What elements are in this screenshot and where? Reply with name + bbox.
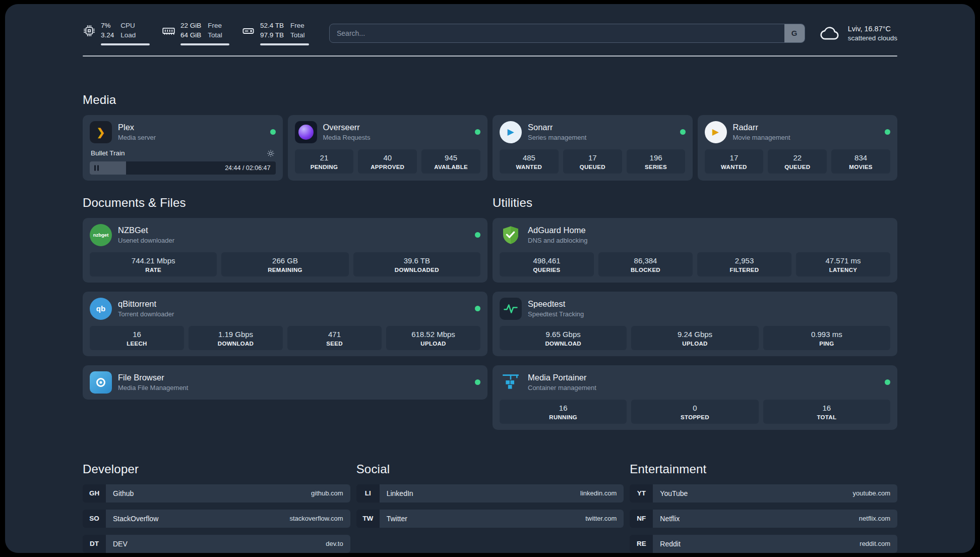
stat-value: 47.571 ms [798,256,888,265]
bookmark-linkedin[interactable]: LI LinkedIn linkedin.com [356,484,624,503]
stat-value: 744.21 Mbps [92,256,215,265]
dashboard: 7% 3.24 CPU Load [5,4,975,553]
app-name: Radarr [733,123,790,132]
speedtest-pulse-icon [500,298,522,320]
player-seekbar[interactable]: 24:44 / 02:06:47 [90,161,276,175]
search-input[interactable] [330,29,784,37]
app-desc: Torrent downloader [118,310,174,318]
player-time: 24:44 / 02:06:47 [225,161,270,175]
disk-total-label: Total [290,31,305,40]
status-dot [475,129,480,135]
stat-label: REMAINING [223,267,346,273]
stat-label: SERIES [629,164,684,170]
stat-box: 16 TOTAL [763,400,890,424]
bookmark-github[interactable]: GH Github github.com [83,484,350,503]
stat-label: WANTED [707,164,762,170]
stat-value: 21 [297,153,352,162]
app-desc: Speedtest Tracking [528,310,584,318]
bookmark-abbr: SO [83,510,106,528]
bookmark-name: YouTube [660,489,688,497]
stat-value: 9.65 Gbps [502,330,625,339]
section-title-entertainment: Entertainment [630,462,897,476]
stat-label: DOWNLOAD [502,341,625,347]
app-card-nzbget[interactable]: nzbget NZBGet Usenet downloader 744.21 M… [83,218,487,283]
bookmark-youtube[interactable]: YT YouTube youtube.com [630,484,897,503]
memory-free-label: Free [208,21,222,31]
stat-value: 16 [765,404,888,412]
stat-label: RUNNING [502,414,625,420]
stat-box: 17 QUEUED [563,149,622,174]
stat-box: 471 SEED [287,326,382,350]
radarr-icon: ▶ [705,121,727,143]
stat-box: 0.993 ms PING [763,326,890,350]
app-card-overseerr[interactable]: Overseerr Media Requests 21 PENDING 40 A… [288,115,488,181]
cpu-monitor: 7% 3.24 CPU Load [83,21,150,45]
app-name: Media Portainer [528,373,596,382]
app-name: AdGuard Home [528,226,588,235]
stat-box: 834 MOVIES [831,149,890,174]
stat-label: QUERIES [502,267,592,273]
app-card-speedtest[interactable]: Speedtest Speedtest Tracking 9.65 Gbps D… [493,292,897,356]
stat-label: QUEUED [565,164,620,170]
bookmark-reddit[interactable]: RE Reddit reddit.com [630,535,897,553]
stat-label: PENDING [297,164,352,170]
stat-label: MOVIES [833,164,888,170]
stat-value: 39.6 TB [355,256,478,265]
section-title-media: Media [83,93,897,107]
bookmark-url: stackoverflow.com [289,515,343,522]
stat-box: 0 STOPPED [631,400,758,424]
app-card-radarr[interactable]: ▶ Radarr Movie management 17 WANTED [698,115,898,181]
stat-value: 618.52 Mbps [388,330,478,339]
stat-value: 0 [633,404,756,412]
gear-icon[interactable] [267,149,275,157]
weather-widget: Lviv, 16.87°C scattered clouds [819,25,897,42]
memory-total-value: 64 GiB [180,31,201,40]
disk-free-label: Free [290,21,305,31]
stat-box: 22 QUEUED [768,149,827,174]
stat-box: 17 WANTED [705,149,764,174]
bookmark-name: Netflix [660,515,680,523]
qbittorrent-logo-text: qb [96,304,105,313]
app-card-adguard[interactable]: AdGuard Home DNS and adblocking 498,461 … [493,218,897,283]
bookmark-url: reddit.com [860,540,890,547]
app-card-portainer[interactable]: Media Portainer Container management 16 … [493,365,897,430]
adguard-shield-icon [500,224,522,246]
stat-box: 21 PENDING [295,149,354,174]
app-card-sonarr[interactable]: ▶ Sonarr Series management 485 WANTED [493,115,693,181]
stat-box: 2,953 FILTERED [697,252,791,276]
stat-label: QUEUED [770,164,825,170]
bookmark-stackoverflow[interactable]: SO StackOverflow stackoverflow.com [83,510,350,528]
section-documents: Documents & Files nzbget NZBGet Usenet d… [83,196,487,430]
bookmark-name: Twitter [387,515,407,523]
bookmark-url: twitter.com [585,515,617,522]
status-dot [270,129,276,135]
disk-monitor: 52.4 TB 97.9 TB Free Total [241,21,309,45]
bookmark-abbr: TW [356,510,380,528]
section-title-developer: Developer [83,462,350,476]
app-card-qbittorrent[interactable]: qb qBittorrent Torrent downloader 16 [83,292,487,356]
stat-value: 9.24 Gbps [633,330,756,339]
app-card-filebrowser[interactable]: File Browser Media File Management [83,365,487,400]
bookmark-netflix[interactable]: NF Netflix netflix.com [630,510,897,528]
status-dot [885,129,890,135]
bookmark-abbr: LI [356,484,380,503]
disk-total-value: 97.9 TB [260,31,284,40]
qbittorrent-icon: qb [90,298,112,320]
search-engine-button[interactable]: G [784,24,805,42]
bookmark-group-entertainment: Entertainment YT YouTube youtube.com NF … [630,462,897,553]
app-name: NZBGet [118,226,174,235]
bookmark-twitter[interactable]: TW Twitter twitter.com [356,510,624,528]
stat-box: 266 GB REMAINING [221,252,348,276]
overseerr-icon [295,121,317,143]
bookmark-dev[interactable]: DT DEV dev.to [83,535,350,553]
app-desc: Media File Management [118,384,188,392]
pause-icon[interactable] [94,165,99,171]
app-desc: Usenet downloader [118,237,174,244]
status-dot [475,306,480,311]
hard-drive-icon [241,24,255,38]
bookmark-abbr: NF [630,510,653,528]
app-card-plex[interactable]: ❯ Plex Media server Bullet Train [83,115,283,181]
bookmark-url: youtube.com [853,489,890,497]
now-playing-title: Bullet Train [91,149,125,157]
stat-box: 40 APPROVED [358,149,417,174]
